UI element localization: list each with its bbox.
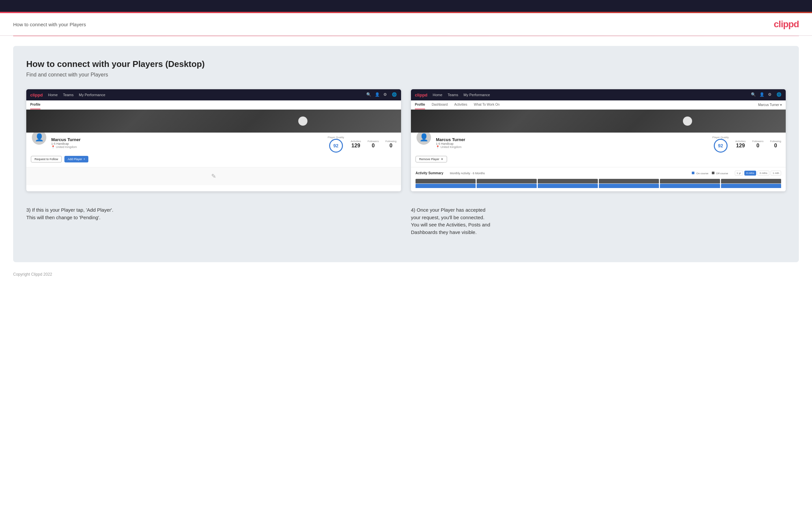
activity-header: Activity Summary Monthly Activity · 6 Mo… (415, 171, 781, 176)
caption-2: 4) Once your Player has accepted your re… (411, 201, 786, 236)
chart-bar-group (538, 179, 598, 188)
chart-bar-group (660, 179, 720, 188)
activities-label-1: Activities (351, 140, 361, 143)
off-course-bar (660, 179, 720, 183)
tab-activities-2[interactable]: Activities (454, 100, 467, 109)
avatar-person-icon-1: 👤 (35, 133, 44, 142)
time-btn-1mth[interactable]: 1 mth (771, 171, 781, 176)
avatar-icon-2[interactable]: 🌐 (776, 92, 782, 98)
activities-value-1: 129 (351, 143, 361, 149)
off-course-bar (599, 179, 659, 183)
activities-stat-2: Activities 129 (735, 140, 746, 149)
player-location-2: 📍 United Kingdom (436, 146, 709, 149)
profile-section-2: 👤 Marcus Turner 1-5 Handicap 📍 United Ki… (411, 132, 786, 167)
nav-teams-2[interactable]: Teams (448, 93, 458, 97)
avatar-person-icon-2: 👤 (419, 133, 428, 142)
on-course-bar (660, 184, 720, 188)
quality-stat-2: Player Quality 92 (712, 136, 729, 153)
tab-what-to-work-on-2[interactable]: What To Work On (474, 100, 500, 109)
screenshot-bottom-1: ✎ (26, 167, 401, 185)
app-nav-2: clippd Home Teams My Performance 🔍 👤 ⚙ 🌐 (411, 89, 786, 100)
x-icon: ✕ (441, 158, 444, 161)
add-player-button[interactable]: Add Player + (64, 156, 88, 162)
followers-label-2: Followers (752, 140, 763, 143)
nav-teams-1[interactable]: Teams (63, 93, 73, 97)
activity-legend: On course Off course (692, 172, 728, 175)
off-course-bar (415, 179, 476, 183)
nav-icons-1: 🔍 👤 ⚙ 🌐 (366, 92, 397, 98)
app-tabs-2: Profile Dashboard Activities What To Wor… (411, 100, 786, 110)
app-logo-1: clippd (30, 93, 43, 98)
remove-player-button[interactable]: Remove Player ✕ (415, 156, 447, 162)
chart-bar-group (415, 179, 476, 188)
page-title: How to connect with your Players (Deskto… (26, 59, 786, 69)
caption-1-text: 3) If this is your Player tap, 'Add Play… (26, 207, 401, 221)
followers-value-2: 0 (752, 143, 763, 149)
settings-icon-1[interactable]: ⚙ (383, 92, 389, 98)
tab-profile-1[interactable]: Profile (30, 100, 40, 109)
quality-label-2: Player Quality (712, 136, 729, 139)
quality-stat-1: Player Quality 92 (328, 136, 344, 153)
app-nav-1: clippd Home Teams My Performance 🔍 👤 ⚙ 🌐 (26, 89, 401, 100)
plus-icon: + (84, 158, 85, 161)
nav-home-1[interactable]: Home (48, 93, 57, 97)
page-subtitle: Find and connect with your Players (26, 72, 786, 78)
on-course-dot (692, 172, 695, 174)
nav-icons-2: 🔍 👤 ⚙ 🌐 (751, 92, 782, 98)
action-buttons-1: Request to Follow Add Player + (31, 156, 397, 162)
golf-banner-1 (26, 110, 401, 132)
on-course-bar (599, 184, 659, 188)
player-dropdown[interactable]: Marcus Turner ▾ (758, 103, 782, 107)
stats-row-1: Player Quality 92 Activities 129 Followe… (328, 136, 397, 153)
following-label-1: Following (385, 140, 397, 143)
request-follow-button[interactable]: Request to Follow (31, 156, 62, 162)
time-btn-1yr[interactable]: 1 yr (735, 171, 743, 176)
profile-info-2: Marcus Turner 1-5 Handicap 📍 United King… (436, 136, 709, 149)
player-location-1: 📍 United Kingdom (51, 146, 324, 149)
caption-2-text: 4) Once your Player has accepted your re… (411, 207, 786, 236)
avatar-icon-1[interactable]: 🌐 (392, 92, 397, 98)
on-course-bar (721, 184, 781, 188)
off-course-legend: Off course (712, 172, 728, 175)
screenshot-1: clippd Home Teams My Performance 🔍 👤 ⚙ 🌐… (26, 89, 401, 191)
tab-dashboard-2[interactable]: Dashboard (432, 100, 448, 109)
time-btn-6mths[interactable]: 6 mths (744, 171, 756, 176)
activities-label-2: Activities (735, 140, 746, 143)
followers-value-1: 0 (367, 143, 379, 149)
app-logo-2: clippd (415, 93, 427, 98)
app-tabs-1: Profile (26, 100, 401, 110)
user-icon-1[interactable]: 👤 (375, 92, 380, 98)
on-course-legend: On course (692, 172, 708, 175)
caption-1: 3) If this is your Player tap, 'Add Play… (26, 201, 401, 236)
profile-row-2: 👤 Marcus Turner 1-5 Handicap 📍 United Ki… (415, 136, 781, 153)
followers-label-1: Followers (367, 140, 379, 143)
screenshot-2: clippd Home Teams My Performance 🔍 👤 ⚙ 🌐… (411, 89, 786, 191)
search-icon-1[interactable]: 🔍 (366, 92, 371, 98)
on-course-bar (415, 184, 476, 188)
on-course-bar (476, 184, 537, 188)
search-icon-2[interactable]: 🔍 (751, 92, 756, 98)
nav-myperformance-2[interactable]: My Performance (463, 93, 490, 97)
settings-icon-2[interactable]: ⚙ (768, 92, 773, 98)
quality-circle-1: 92 (329, 139, 343, 153)
activity-period: Monthly Activity · 6 Months (450, 172, 485, 175)
activities-stat-1: Activities 129 (351, 140, 361, 149)
followers-stat-2: Followers 0 (752, 140, 763, 149)
screenshots-row: clippd Home Teams My Performance 🔍 👤 ⚙ 🌐… (26, 89, 786, 191)
profile-section-1: 👤 Marcus Turner 1-5 Handicap 📍 United Ki… (26, 132, 401, 167)
off-course-bar (476, 179, 537, 183)
player-handicap-1: 1-5 Handicap (51, 142, 324, 146)
nav-home-2[interactable]: Home (433, 93, 442, 97)
nav-myperformance-1[interactable]: My Performance (79, 93, 105, 97)
pencil-icon: ✎ (211, 173, 216, 180)
following-stat-2: Following 0 (770, 140, 781, 149)
stats-row-2: Player Quality 92 Activities 129 Followe… (712, 136, 781, 153)
off-course-bar (538, 179, 598, 183)
header: How to connect with your Players clippd (0, 13, 812, 36)
profile-row-1: 👤 Marcus Turner 1-5 Handicap 📍 United Ki… (31, 136, 397, 153)
chart-bar-group (476, 179, 537, 188)
user-icon-2[interactable]: 👤 (759, 92, 765, 98)
tab-profile-2[interactable]: Profile (415, 100, 425, 109)
time-btn-3mths[interactable]: 3 mths (757, 171, 769, 176)
footer: Copyright Clippd 2022 (0, 272, 812, 283)
